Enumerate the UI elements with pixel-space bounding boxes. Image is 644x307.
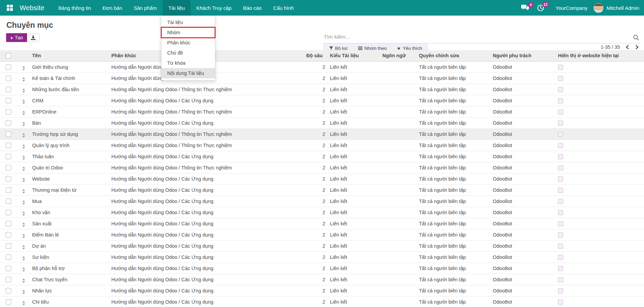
row-checkbox[interactable]	[6, 232, 11, 238]
row-checkbox[interactable]	[6, 288, 11, 293]
table-row[interactable]: Chat Trực tuyếnHướng dẫn Người dùng Odoo…	[0, 274, 644, 285]
company-switcher[interactable]: YourCompany	[556, 5, 588, 11]
dropdown-item-5[interactable]: Nội dung Tài liệu	[161, 68, 215, 78]
drag-handle-icon[interactable]	[17, 167, 30, 171]
drag-handle-icon[interactable]	[17, 133, 30, 138]
drag-handle-icon[interactable]	[17, 156, 30, 160]
row-checkbox[interactable]	[6, 210, 11, 215]
select-all-checkbox[interactable]	[6, 53, 11, 59]
drag-handle-icon[interactable]	[17, 88, 30, 93]
website-visible-checkbox[interactable]	[558, 98, 563, 103]
website-visible-checkbox[interactable]	[558, 109, 563, 115]
table-row[interactable]: Quản trị OdooHướng dẫn Người dùng Odoo /…	[0, 162, 644, 173]
drag-handle-icon[interactable]	[17, 77, 30, 82]
table-row[interactable]: Trường hợp sử dụngHướng dẫn Người dùng O…	[0, 128, 644, 140]
website-visible-checkbox[interactable]	[558, 232, 563, 238]
table-row[interactable]: Sản xuấtHướng dẫn Người dùng Odoo / Các …	[0, 218, 644, 229]
table-row[interactable]: BánHướng dẫn Người dùng Odoo / Các Ứng d…	[0, 117, 644, 128]
website-visible-checkbox[interactable]	[558, 87, 563, 92]
drag-handle-icon[interactable]	[17, 100, 30, 104]
row-checkbox[interactable]	[6, 76, 11, 81]
drag-handle-icon[interactable]	[17, 178, 30, 182]
table-row[interactable]: Sự kiệnHướng dẫn Người dùng Odoo / Các Ứ…	[0, 251, 644, 263]
website-visible-checkbox[interactable]	[558, 277, 563, 282]
nav-item-5[interactable]: Báo cáo	[237, 0, 267, 16]
row-checkbox[interactable]	[6, 143, 11, 148]
row-checkbox[interactable]	[6, 154, 11, 159]
website-visible-checkbox[interactable]	[558, 199, 563, 204]
row-checkbox[interactable]	[6, 131, 11, 137]
table-row[interactable]: Giới thiệu chungHướng dẫn Người dùng Odo…	[0, 61, 644, 73]
table-row[interactable]: Kế toán & Tài chínhHướng dẫn Người dùng …	[0, 73, 644, 84]
row-checkbox[interactable]	[6, 120, 11, 126]
website-visible-checkbox[interactable]	[558, 154, 563, 159]
website-visible-checkbox[interactable]	[558, 177, 563, 182]
drag-handle-icon[interactable]	[17, 200, 30, 205]
table-row[interactable]: Điểm Bán lẻHướng dẫn Người dùng Odoo / C…	[0, 229, 644, 240]
column-header-responsible[interactable]: Người phụ trách	[491, 50, 555, 61]
export-button[interactable]	[27, 33, 40, 42]
row-checkbox[interactable]	[6, 98, 11, 103]
search-icon[interactable]	[633, 35, 639, 42]
drag-handle-icon[interactable]	[17, 144, 30, 149]
website-visible-checkbox[interactable]	[558, 266, 563, 271]
dropdown-item-3[interactable]: Chủ đề	[161, 48, 215, 58]
nav-item-1[interactable]: Đơn bán	[97, 0, 128, 16]
drag-handle-icon[interactable]	[17, 111, 30, 115]
row-checkbox[interactable]	[6, 277, 11, 282]
row-checkbox[interactable]	[6, 243, 11, 249]
table-row[interactable]: CRMHướng dẫn Người dùng Odoo / Các Ứng d…	[0, 95, 644, 106]
nav-item-4[interactable]: Khách Truy cập	[191, 0, 237, 16]
table-row[interactable]: Kho vậnHướng dẫn Người dùng Odoo / Các Ứ…	[0, 207, 644, 218]
row-checkbox[interactable]	[6, 266, 11, 271]
website-visible-checkbox[interactable]	[558, 65, 563, 70]
messages-button[interactable]: 4	[521, 5, 529, 11]
row-checkbox[interactable]	[6, 199, 11, 204]
column-header-depth[interactable]: Độ sâu	[306, 50, 327, 61]
drag-handle-icon[interactable]	[17, 256, 30, 261]
website-visible-checkbox[interactable]	[558, 244, 563, 249]
activities-button[interactable]: 12	[537, 4, 544, 12]
website-visible-checkbox[interactable]	[558, 221, 563, 226]
drag-handle-icon[interactable]	[17, 189, 30, 193]
column-header-language[interactable]: Ngôn ngữ	[381, 50, 417, 61]
apps-menu-button[interactable]	[0, 0, 18, 16]
drag-handle-icon[interactable]	[17, 279, 30, 283]
table-row[interactable]: Quản lý quy trìnhHướng dẫn Người dùng Od…	[0, 140, 644, 151]
row-checkbox[interactable]	[6, 254, 11, 260]
drag-handle-icon[interactable]	[17, 290, 30, 294]
website-visible-checkbox[interactable]	[558, 143, 563, 148]
website-visible-checkbox[interactable]	[558, 188, 563, 193]
nav-item-2[interactable]: Sản phẩm	[128, 0, 162, 16]
dropdown-item-1[interactable]: Nhóm	[161, 27, 215, 38]
column-header-rights[interactable]: Quyền chỉnh sửa	[417, 50, 491, 61]
drag-handle-icon[interactable]	[17, 245, 30, 249]
row-checkbox[interactable]	[6, 165, 11, 170]
drag-handle-icon[interactable]	[17, 122, 30, 126]
drag-handle-icon[interactable]	[17, 267, 30, 272]
drag-handle-icon[interactable]	[17, 223, 30, 227]
pager-next-button[interactable]	[635, 44, 640, 50]
column-header-visible[interactable]: Hiển thị ở website hiện tại	[555, 50, 644, 61]
pager-previous-button[interactable]	[625, 44, 630, 50]
row-checkbox[interactable]	[6, 176, 11, 182]
row-checkbox[interactable]	[6, 87, 11, 92]
table-row[interactable]: Nhân lựcHướng dẫn Người dùng Odoo / Các …	[0, 285, 644, 296]
nav-item-3[interactable]: Tài liệu	[163, 0, 191, 16]
column-header-type[interactable]: Kiểu Tài liệu	[327, 50, 381, 61]
table-row[interactable]: MuaHướng dẫn Người dùng Odoo / Các Ứng d…	[0, 196, 644, 207]
user-menu[interactable]: Mitchell Admin	[606, 5, 639, 11]
search-input[interactable]	[323, 33, 641, 43]
website-visible-checkbox[interactable]	[558, 288, 563, 293]
row-checkbox[interactable]	[6, 221, 11, 226]
website-visible-checkbox[interactable]	[558, 210, 563, 215]
drag-handle-icon[interactable]	[17, 301, 30, 305]
user-avatar[interactable]	[594, 3, 603, 13]
create-button[interactable]: + Tạo	[6, 33, 27, 42]
app-brand[interactable]: Website	[18, 0, 52, 16]
table-row[interactable]: Những bước đầu tiênHướng dẫn Người dùng …	[0, 84, 644, 95]
row-checkbox[interactable]	[6, 187, 11, 193]
row-checkbox[interactable]	[6, 109, 11, 115]
row-checkbox[interactable]	[6, 299, 11, 305]
table-row[interactable]: Chi tiêuHướng dẫn Người dùng Odoo / Các …	[0, 296, 644, 307]
